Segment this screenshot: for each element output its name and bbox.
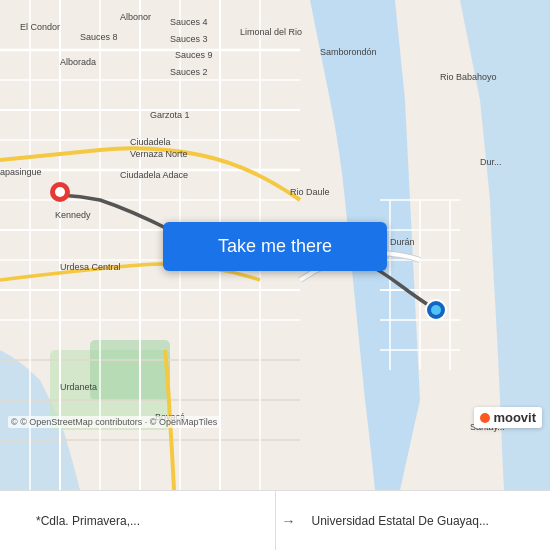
svg-text:Urdaneta: Urdaneta: [60, 382, 97, 392]
svg-text:Vernaza Norte: Vernaza Norte: [130, 149, 188, 159]
map-container: El Condor Albonor Sauces 8 Sauces 4 Sauc…: [0, 0, 550, 490]
svg-point-59: [431, 305, 441, 315]
svg-text:Ciudadela Adace: Ciudadela Adace: [120, 170, 188, 180]
bottom-bar: *Cdla. Primavera,... → Universidad Estat…: [0, 490, 550, 550]
svg-text:Dur...: Dur...: [480, 157, 502, 167]
svg-text:Sauces 4: Sauces 4: [170, 17, 208, 27]
svg-text:Rio Daule: Rio Daule: [290, 187, 330, 197]
svg-text:Sauces 8: Sauces 8: [80, 32, 118, 42]
copyright-icon: ©: [11, 417, 18, 427]
svg-text:El Condor: El Condor: [20, 22, 60, 32]
svg-text:Albonor: Albonor: [120, 12, 151, 22]
svg-text:Sauces 2: Sauces 2: [170, 67, 208, 77]
map-attribution: © © OpenStreetMap contributors · © OpenM…: [8, 416, 220, 428]
destination-label: Universidad Estatal De Guayaq...: [312, 514, 489, 528]
svg-text:Sauces 9: Sauces 9: [175, 50, 213, 60]
svg-text:Limonal del Rio: Limonal del Rio: [240, 27, 302, 37]
svg-text:Kennedy: Kennedy: [55, 210, 91, 220]
svg-text:Alborada: Alborada: [60, 57, 96, 67]
origin-label: *Cdla. Primavera,...: [36, 514, 140, 528]
moovit-logo: moovit: [474, 407, 542, 428]
moovit-dot-icon: [480, 413, 490, 423]
svg-text:Garzota 1: Garzota 1: [150, 110, 190, 120]
origin-section[interactable]: *Cdla. Primavera,...: [0, 491, 276, 550]
destination-section[interactable]: Universidad Estatal De Guayaq...: [302, 491, 551, 550]
svg-rect-2: [90, 340, 170, 400]
attribution-text: © OpenStreetMap contributors · © OpenMap…: [20, 417, 217, 427]
svg-text:Urdesa Central: Urdesa Central: [60, 262, 121, 272]
arrow-icon: →: [282, 513, 296, 529]
svg-point-57: [55, 187, 65, 197]
svg-text:Durán: Durán: [390, 237, 415, 247]
svg-text:Sauces 3: Sauces 3: [170, 34, 208, 44]
moovit-text: moovit: [493, 410, 536, 425]
svg-text:apasingue: apasingue: [0, 167, 42, 177]
svg-text:Ciudadela: Ciudadela: [130, 137, 171, 147]
svg-text:Samborondón: Samborondón: [320, 47, 377, 57]
take-me-there-button[interactable]: Take me there: [163, 222, 387, 271]
svg-text:Rio Babahoyo: Rio Babahoyo: [440, 72, 497, 82]
